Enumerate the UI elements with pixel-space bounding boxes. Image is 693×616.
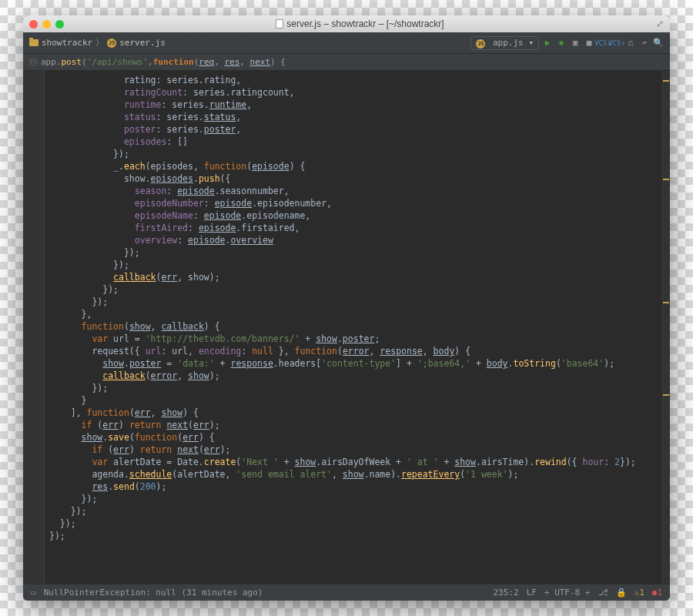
code-line[interactable]: }); — [49, 530, 658, 542]
code-line[interactable]: runtime: series.runtime, — [49, 99, 658, 111]
status-message[interactable]: NullPointerException: null (31 minutes a… — [44, 588, 263, 598]
code-line[interactable]: var alertDate = Date.create('Next ' + sh… — [49, 456, 658, 468]
code-line[interactable]: firstAired: episode.firstaired, — [49, 222, 658, 234]
breadcrumb-folder[interactable]: showtrackr — [29, 38, 92, 48]
ide-window: server.js – showtrackr – [~/showtrackr] … — [23, 15, 670, 601]
code-line[interactable]: request({ url: url, encoding: null }, fu… — [49, 345, 658, 357]
code-line[interactable]: }, — [49, 308, 658, 320]
status-caret-pos[interactable]: 235:2 — [494, 588, 519, 598]
search-icon[interactable]: 🔍 — [653, 38, 664, 49]
crumb-params: (req, res, next) { — [194, 57, 286, 67]
vcs-update-icon[interactable]: VCS↓ — [598, 38, 608, 49]
minimize-icon[interactable] — [42, 20, 51, 28]
crumb-function-kw: function — [153, 57, 194, 67]
run-config-label: app.js — [493, 38, 524, 48]
code-line[interactable]: overview: episode.overview — [49, 234, 658, 246]
code-line[interactable]: ratingCount: series.ratingcount, — [49, 86, 658, 99]
js-icon: JS — [476, 39, 485, 49]
code-line[interactable]: show.episodes.push({ — [49, 172, 658, 185]
code-line[interactable]: }); — [49, 505, 658, 517]
back-icon[interactable]: ↶ — [639, 38, 650, 49]
code-area[interactable]: rating: series.rating, ratingCount: seri… — [45, 71, 662, 584]
status-bar: ▭ NullPointerException: null (31 minutes… — [23, 584, 670, 601]
code-line[interactable]: }); — [49, 246, 658, 259]
code-line[interactable]: }); — [49, 148, 658, 160]
breadcrumb-separator: 〉 — [95, 37, 104, 49]
code-line[interactable]: episodes: [] — [49, 136, 658, 148]
status-lock-icon[interactable]: 🔒 — [616, 588, 627, 598]
code-line[interactable]: season: episode.seasonnumber, — [49, 185, 658, 197]
code-line[interactable]: } — [49, 394, 658, 407]
code-line[interactable]: rating: series.rating, — [49, 74, 658, 86]
code-line[interactable]: res.send(200); — [49, 480, 658, 493]
code-line[interactable]: ], function(err, show) { — [49, 407, 658, 419]
method-icon: ⓜ — [29, 56, 38, 68]
status-line-sep[interactable]: LF — [527, 588, 537, 598]
coverage-icon[interactable]: ▣ — [570, 38, 581, 49]
error-stripe[interactable] — [662, 71, 670, 584]
run-config-select[interactable]: JS app.js ▾ — [470, 36, 539, 50]
code-line[interactable]: if (err) return next(err); — [49, 419, 658, 431]
error-count[interactable]: ●1 — [652, 588, 662, 598]
editor: rating: series.rating, ratingCount: seri… — [23, 71, 670, 584]
code-line[interactable]: callback(err, show); — [49, 271, 658, 283]
vcs-commit-icon[interactable]: VCS↑ — [611, 38, 622, 49]
crumb-obj: app. — [41, 57, 62, 67]
crumb-route: '/api/shows' — [87, 57, 148, 67]
code-line[interactable]: callback(error, show); — [49, 370, 658, 382]
status-encoding[interactable]: ÷ UTF-8 ÷ — [544, 588, 591, 598]
breadcrumb-file-label: server.js — [119, 38, 166, 48]
breadcrumb-folder-label: showtrackr — [42, 38, 92, 48]
debug-icon[interactable]: ✱ — [556, 38, 567, 49]
chevron-down-icon: ▾ — [528, 38, 534, 48]
status-git-icon[interactable]: ⎇ — [598, 588, 608, 598]
code-line[interactable]: status: series.status, — [49, 111, 658, 123]
window-title: server.js – showtrackr – [~/showtrackr] — [69, 18, 651, 29]
code-line[interactable]: }); — [49, 517, 658, 530]
code-line[interactable]: agenda.schedule(alertDate, 'send email a… — [49, 468, 658, 480]
code-line[interactable]: var url = 'http://thetvdb.com/banners/' … — [49, 333, 658, 345]
code-line[interactable]: episodeName: episode.episodename, — [49, 209, 658, 222]
file-icon — [276, 19, 283, 28]
run-icon[interactable]: ▶ — [542, 38, 553, 49]
code-line[interactable]: episodeNumber: episode.episodenumber, — [49, 197, 658, 209]
code-line[interactable]: }); — [49, 283, 658, 296]
crumb-method: post — [62, 57, 82, 67]
status-tool-icon[interactable]: ▭ — [31, 588, 36, 598]
fullscreen-icon[interactable]: ⤢ — [656, 18, 664, 29]
js-icon: JS — [107, 38, 116, 48]
code-line[interactable]: show.poster = 'data:' + response.headers… — [49, 357, 658, 370]
crumb-paren: ( — [82, 57, 87, 67]
breadcrumb-file[interactable]: JS server.js — [107, 38, 166, 48]
code-line[interactable]: if (err) return next(err); — [49, 444, 658, 456]
crumb-sep: , — [148, 57, 153, 67]
close-icon[interactable] — [29, 20, 38, 28]
maximize-icon[interactable] — [55, 20, 64, 28]
code-crumb-bar[interactable]: ⓜ app. post ( '/api/shows' , function (r… — [23, 54, 670, 71]
warning-count[interactable]: ⚠1 — [634, 588, 644, 598]
window-title-text: server.js – showtrackr – [~/showtrackr] — [286, 18, 444, 29]
code-line[interactable]: function(show, callback) { — [49, 320, 658, 333]
stop-icon[interactable]: ■ — [584, 38, 594, 49]
code-line[interactable]: }); — [49, 382, 658, 394]
code-line[interactable]: _.each(episodes, function(episode) { — [49, 160, 658, 172]
gutter[interactable] — [23, 71, 45, 584]
toolbar: showtrackr 〉 JS server.js JS app.js ▾ ▶ … — [23, 32, 670, 54]
code-line[interactable]: }); — [49, 296, 658, 308]
folder-icon — [29, 39, 38, 46]
code-line[interactable]: poster: series.poster, — [49, 123, 658, 136]
titlebar[interactable]: server.js – showtrackr – [~/showtrackr] … — [23, 15, 670, 32]
history-icon[interactable]: ⎌ — [625, 38, 636, 49]
code-line[interactable]: show.save(function(err) { — [49, 431, 658, 444]
code-line[interactable]: }); — [49, 493, 658, 505]
code-line[interactable]: }); — [49, 259, 658, 271]
